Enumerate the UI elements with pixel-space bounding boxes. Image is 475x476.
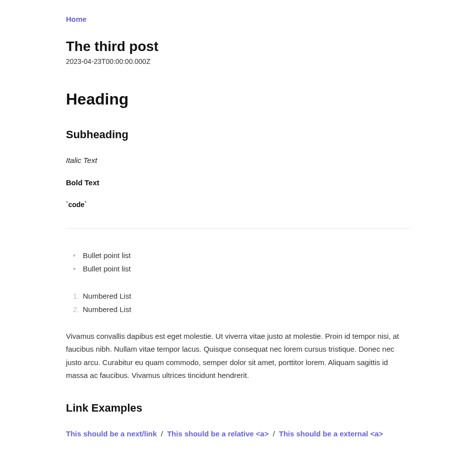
content-heading: Heading (66, 90, 409, 108)
body-paragraph: Vivamus convallis dapibus est eget moles… (66, 330, 409, 382)
home-link[interactable]: Home (66, 15, 87, 23)
numbered-list: Numbered List Numbered List (66, 289, 409, 316)
bold-text: Bold Text (66, 178, 409, 187)
content-subheading: Subheading (66, 128, 409, 141)
divider (66, 228, 409, 229)
link-separator: / (157, 429, 167, 438)
page-container: Home The third post 2023-04-23T00:00:00.… (64, 0, 411, 453)
page-title: The third post (66, 39, 409, 54)
code-text: `code` (66, 201, 409, 209)
link-examples-heading: Link Examples (66, 402, 409, 415)
list-item: Numbered List (73, 303, 409, 316)
external-link[interactable]: This should be a external <a> (279, 429, 383, 438)
list-item: Bullet point list (73, 249, 409, 262)
link-separator: / (269, 429, 279, 438)
next-link[interactable]: This should be a next/link (66, 429, 157, 438)
relative-link[interactable]: This should be a relative <a> (167, 429, 269, 438)
list-item: Numbered List (73, 289, 409, 303)
link-examples-row: This should be a next/link / This should… (66, 429, 409, 438)
list-item: Bullet point list (73, 262, 409, 275)
post-date: 2023-04-23T00:00:00.000Z (66, 57, 409, 65)
bullet-list: Bullet point list Bullet point list (66, 249, 409, 275)
italic-text: Italic Text (66, 156, 409, 164)
